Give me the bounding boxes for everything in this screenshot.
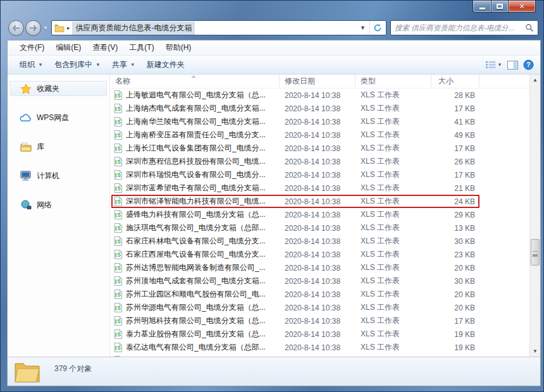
- item-count: 379 个对象: [54, 364, 92, 374]
- recent-pages-chevron[interactable]: ▼: [43, 25, 48, 31]
- scrollbar-track[interactable]: [530, 85, 540, 346]
- table-row[interactable]: S 上海南桥变压器有限责任公司_电缆分支... 2020-8-14 10:38 …: [110, 128, 529, 142]
- table-row[interactable]: S 苏州工业园区和顺电气股份有限公司_电... 2020-8-14 10:38 …: [110, 288, 529, 301]
- organize-button[interactable]: 组织▼: [14, 57, 49, 73]
- table-row[interactable]: S 施沃琪电气有限公司_电缆分支箱（总部... 2020-8-14 10:38 …: [110, 221, 529, 235]
- preview-pane-button[interactable]: [507, 61, 518, 70]
- file-name: 深圳市科瑞悦电气设备有限公司_电缆分...: [126, 169, 266, 180]
- xls-file-icon: S: [114, 130, 122, 140]
- file-date: 2020-8-14 10:38: [280, 184, 355, 193]
- file-date: 2020-8-14 10:38: [280, 197, 355, 206]
- file-name: 上海长江电气设备集团有限公司_电缆分...: [126, 143, 266, 154]
- forward-button[interactable]: [25, 20, 41, 36]
- close-button[interactable]: ✕: [508, 1, 536, 13]
- forward-arrow-icon: [29, 25, 37, 32]
- client-area: 文件(F) 编辑(E) 查看(V) 工具(T) 帮助(H) 组织▼ 包含到库中▼…: [7, 40, 541, 386]
- breadcrumb-arrow-icon[interactable]: ▸: [67, 25, 70, 31]
- file-name: 苏州达博思智能电网装备制造有限公司_...: [126, 262, 266, 273]
- file-type: XLS 工作表: [355, 302, 421, 313]
- xls-file-icon: S: [114, 290, 122, 299]
- file-name: 深圳市蓝希望电子有限公司_电缆分支箱...: [126, 183, 266, 193]
- column-header-type[interactable]: 类型: [355, 75, 431, 88]
- menu-file[interactable]: 文件(F): [14, 40, 50, 55]
- file-name: 深圳市铭泽智能电力科技有限公司_电缆...: [126, 196, 266, 207]
- navigation-pane: 收藏夹 WPS网盘 库: [8, 75, 110, 357]
- menu-view[interactable]: 查看(V): [87, 40, 123, 55]
- file-size: 17 KB: [421, 317, 475, 326]
- table-row[interactable]: S 上海纳杰电气成套有限公司_电缆分支箱... 2020-8-14 10:38 …: [110, 102, 529, 115]
- scroll-down-icon[interactable]: ▼: [530, 346, 540, 357]
- table-row[interactable]: S 苏州华源电气有限公司_电缆分支箱（总... 2020-8-14 10:38 …: [110, 301, 529, 314]
- column-header-size[interactable]: 大小: [431, 75, 479, 88]
- file-size: 13 KB: [421, 224, 475, 233]
- menu-help[interactable]: 帮助(H): [160, 40, 197, 55]
- column-header-name[interactable]: 名称: [110, 75, 280, 88]
- breadcrumb-location[interactable]: 供应商资质能力信息表-电缆分支箱: [72, 21, 195, 35]
- scrollbar-thumb[interactable]: [531, 239, 540, 266]
- xls-file-icon: S: [114, 104, 122, 113]
- sidebar-item-network[interactable]: 网络: [10, 197, 107, 212]
- table-row[interactable]: S 苏州达博思智能电网装备制造有限公司_... 2020-8-14 10:38 …: [110, 261, 529, 274]
- sidebar-item-favorites[interactable]: 收藏夹: [10, 81, 107, 96]
- minimize-button[interactable]: [473, 1, 491, 13]
- table-row[interactable]: S 苏州明旭科技有限公司_电缆分支箱（总... 2020-8-14 10:38 …: [110, 314, 529, 328]
- file-name: 盛锋电力科技有限公司_电缆分支箱（总...: [126, 209, 266, 220]
- file-size: 17 KB: [421, 104, 475, 113]
- file-type: XLS 工作表: [355, 223, 421, 233]
- command-toolbar: 组织▼ 包含到库中▼ 共享▼ 新建文件夹 ▼: [8, 56, 540, 75]
- file-name: 苏州华源电气有限公司_电缆分支箱（总...: [126, 302, 266, 313]
- table-row[interactable]: S 深圳市科瑞悦电气设备有限公司_电缆分... 2020-8-14 10:38 …: [110, 168, 529, 181]
- column-header-date[interactable]: 修改日期: [280, 75, 355, 88]
- xls-file-icon: S: [114, 183, 122, 193]
- address-bar[interactable]: ▸ 供应商资质能力信息表-电缆分支箱 ▼: [51, 20, 386, 35]
- vertical-scrollbar[interactable]: ▲ ▼: [529, 75, 540, 357]
- details-pane: 379 个对象: [8, 357, 540, 386]
- file-size: 24 KB: [421, 197, 475, 206]
- table-row[interactable]: S 天竺电力有限公司_电缆分支箱（总部... 2020-8-14 10:38 X…: [110, 354, 529, 357]
- include-in-library-button[interactable]: 包含到库中▼: [49, 57, 106, 73]
- table-row[interactable]: S 上海长江电气设备集团有限公司_电缆分... 2020-8-14 10:38 …: [110, 142, 529, 155]
- address-dropdown-icon[interactable]: ▼: [356, 25, 369, 31]
- new-folder-button[interactable]: 新建文件夹: [141, 57, 190, 73]
- file-type: XLS 工作表: [355, 342, 421, 353]
- table-row[interactable]: S 石家庄科林电气设备有限公司_电缆分支... 2020-8-14 10:38 …: [110, 235, 529, 248]
- table-row[interactable]: S 深圳市惠程信息科技股份有限公司_电缆... 2020-8-14 10:38 …: [110, 155, 529, 168]
- file-type: XLS 工作表: [355, 169, 421, 180]
- maximize-button[interactable]: [491, 1, 509, 13]
- file-size: 21 KB: [421, 184, 475, 193]
- menu-tools[interactable]: 工具(T): [123, 40, 159, 55]
- maximize-icon: [497, 4, 503, 9]
- table-row[interactable]: S 盛锋电力科技有限公司_电缆分支箱（总... 2020-8-14 10:38 …: [110, 208, 529, 221]
- svg-text:?: ?: [526, 61, 530, 68]
- xls-file-icon: S: [114, 210, 122, 219]
- network-icon: [20, 200, 32, 210]
- table-row[interactable]: S 上海南华兰陵电气有限公司_电缆分支箱... 2020-8-14 10:38 …: [110, 115, 529, 128]
- menu-edit[interactable]: 编辑(E): [50, 40, 87, 55]
- change-view-button[interactable]: ▼: [486, 61, 502, 69]
- scroll-up-icon[interactable]: ▲: [530, 75, 540, 85]
- file-type: XLS 工作表: [355, 289, 421, 300]
- search-input[interactable]: 搜索 供应商资质能力信息表-电缆分...: [390, 20, 538, 35]
- help-button[interactable]: ?: [523, 59, 534, 70]
- sidebar-item-libraries[interactable]: 库: [10, 139, 107, 154]
- table-row[interactable]: S 深圳市蓝希望电子有限公司_电缆分支箱... 2020-8-14 10:38 …: [110, 181, 529, 195]
- share-button[interactable]: 共享▼: [106, 57, 141, 73]
- search-icon[interactable]: [525, 23, 534, 32]
- table-row[interactable]: S 泰力基业股份有限公司_电缆分支箱（总... 2020-8-14 10:38 …: [110, 328, 529, 341]
- table-row[interactable]: S 石家庄西屋电气设备有限公司_电缆分支... 2020-8-14 10:38 …: [110, 248, 529, 261]
- table-row[interactable]: S 泰亿达电气有限公司_电缆分支箱（总部... 2020-8-14 10:38 …: [110, 341, 529, 354]
- svg-text:S: S: [117, 265, 121, 271]
- file-type: XLS 工作表: [355, 236, 421, 247]
- close-icon: ✕: [519, 3, 524, 11]
- refresh-button[interactable]: [369, 21, 385, 35]
- table-row[interactable]: S 苏州顶地电气成套有限公司_电缆分支箱... 2020-8-14 10:38 …: [110, 274, 529, 288]
- table-row[interactable]: S 上海敏迴电气有限公司_电缆分支箱（总... 2020-8-14 10:38 …: [110, 89, 529, 102]
- sidebar-item-computer[interactable]: 计算机: [10, 168, 107, 183]
- file-name: 上海纳杰电气成套有限公司_电缆分支箱...: [126, 103, 266, 114]
- back-button[interactable]: [8, 20, 24, 36]
- minimize-icon: [479, 8, 485, 9]
- table-row[interactable]: S 深圳市铭泽智能电力科技有限公司_电缆... 2020-8-14 10:38 …: [110, 195, 529, 208]
- file-name: 上海南桥变压器有限责任公司_电缆分支...: [126, 130, 266, 140]
- sidebar-item-wps-cloud[interactable]: WPS网盘: [10, 110, 107, 125]
- xls-file-icon: S: [114, 329, 122, 339]
